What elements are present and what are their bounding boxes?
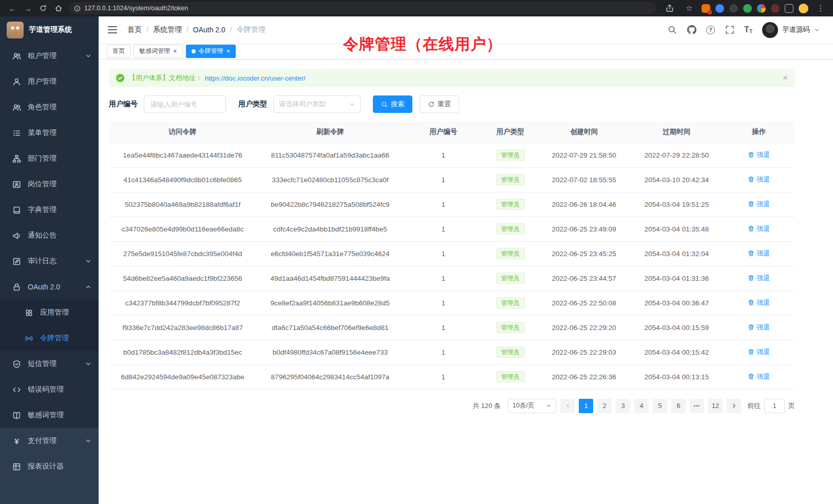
user-type-select[interactable]: 请选择用户类型 (273, 95, 361, 113)
doc-link[interactable]: https://doc.iocoder.cn/user-center/ (205, 74, 306, 82)
sidebar-item-post[interactable]: 岗位管理 (0, 171, 99, 197)
user-type-badge: 管理员 (496, 322, 525, 333)
user-menu[interactable]: 芋道源码 (762, 22, 820, 38)
sidebar-item-tenant[interactable]: 租户管理 (0, 43, 99, 69)
sidebar-item-label: 短信管理 (28, 359, 56, 369)
username: 芋道源码 (782, 25, 810, 34)
more-pages-button[interactable]: ••• (690, 399, 704, 413)
extension-icon-orange[interactable] (702, 4, 710, 13)
forward-button[interactable]: → (21, 2, 35, 15)
font-size-button[interactable]: TT (744, 25, 752, 34)
close-icon[interactable]: × (173, 48, 177, 54)
tab-token[interactable]: 令牌管理 × (186, 45, 236, 58)
cell-user-id: 1 (404, 217, 483, 241)
chevron-right-icon (731, 403, 737, 409)
help-button[interactable]: ? (706, 26, 715, 34)
browser-menu-button[interactable]: ⋮ (813, 2, 828, 15)
force-logout-button[interactable]: 强退 (748, 175, 770, 184)
page-button-1[interactable]: 1 (579, 399, 593, 413)
fullscreen-button[interactable] (725, 25, 734, 35)
sidebar-item-label: 角色管理 (28, 103, 56, 112)
cell-actions: 强退 (723, 192, 795, 217)
table-row: 41c41346a548490f9dc8b01c6bfe0865 333ecfc… (109, 167, 795, 192)
back-button[interactable]: ← (5, 2, 20, 15)
share-button[interactable] (662, 2, 677, 15)
force-logout-button[interactable]: 强退 (748, 200, 770, 209)
extension-icon-paw[interactable] (771, 4, 780, 13)
force-logout-button[interactable]: 强退 (748, 347, 770, 357)
extension-icon-blue[interactable] (715, 4, 724, 13)
close-icon[interactable]: × (226, 48, 231, 54)
page-button-5[interactable]: 5 (653, 399, 667, 413)
extension-icon-multicolor[interactable] (757, 4, 766, 13)
user-type-badge: 管理员 (496, 199, 525, 210)
reload-button[interactable] (36, 2, 50, 15)
sidebar-item-error-code[interactable]: 错误码管理 (0, 377, 99, 402)
breadcrumb-item-home[interactable]: 首页 (127, 25, 142, 34)
home-button[interactable] (51, 2, 66, 15)
page-button-2[interactable]: 2 (597, 399, 612, 413)
reset-button[interactable]: 重置 (420, 95, 459, 113)
cell-expire-time: 2054-03-04 00:36:47 (630, 290, 723, 315)
force-logout-button[interactable]: 强退 (748, 249, 770, 258)
sidebar-item-role[interactable]: 角色管理 (0, 94, 99, 120)
page-button-4[interactable]: 4 (634, 399, 649, 413)
tab-sensitive-word[interactable]: 敏感词管理 × (134, 45, 183, 58)
app-logo[interactable]: 芋道管理系统 (0, 16, 99, 43)
breadcrumb-item-oauth2[interactable]: OAuth 2.0 (193, 26, 225, 34)
force-logout-button[interactable]: 强退 (748, 274, 770, 283)
force-logout-button[interactable]: 强退 (748, 298, 770, 307)
sidebar-item-dept[interactable]: 部门管理 (0, 146, 99, 171)
sidebar-item-oauth2-app[interactable]: 应用管理 (0, 300, 99, 325)
extension-icon-dark[interactable] (729, 4, 738, 13)
sidebar-item-report-designer[interactable]: 报表设计器 (0, 454, 99, 479)
page-button-3[interactable]: 3 (616, 399, 630, 413)
sidebar-item-sensitive-word[interactable]: 敏感词管理 (0, 402, 99, 428)
force-logout-button[interactable]: 强退 (748, 150, 770, 160)
hamburger-icon[interactable] (107, 24, 118, 35)
cell-user-type: 管理员 (483, 315, 538, 340)
browser-profile-avatar[interactable] (799, 4, 808, 13)
avatar (762, 22, 778, 38)
sidebar-item-oauth2[interactable]: OAuth 2.0 (0, 274, 99, 300)
sidebar-toggle-icon[interactable] (785, 4, 793, 13)
sidebar-item-oauth2-token[interactable]: 令牌管理 (0, 325, 99, 351)
sidebar-item-dict[interactable]: 字典管理 (0, 197, 99, 223)
page-content: 【用户体系】文档地址： https://doc.iocoder.cn/user-… (99, 60, 833, 504)
github-button[interactable] (687, 25, 696, 35)
cell-expire-time: 2054-03-04 00:15:59 (630, 315, 723, 340)
cell-actions: 强退 (723, 290, 795, 315)
next-page-button[interactable] (727, 399, 741, 413)
cell-user-id: 1 (404, 266, 483, 290)
table-row: 275e5de9151045fe87cbdc395e004f4d e6cfd40… (109, 241, 795, 266)
navbar-tools: ? TT 芋道源码 (667, 22, 820, 38)
sidebar-item-menu[interactable]: 菜单管理 (0, 120, 99, 146)
sidebar-item-notice[interactable]: 通知公告 (0, 223, 99, 248)
col-expire-time: 过期时间 (630, 121, 723, 143)
extension-icon-green[interactable] (743, 4, 752, 13)
trash-icon (748, 348, 754, 355)
force-logout-button[interactable]: 强退 (748, 372, 770, 381)
search-button[interactable]: 搜索 (373, 95, 412, 113)
goto-page-input[interactable] (764, 399, 785, 413)
search-button[interactable] (667, 25, 677, 35)
page-size-select[interactable]: 10条/页 (508, 399, 556, 413)
page-button-12[interactable]: 12 (708, 399, 723, 413)
force-logout-button[interactable]: 强退 (748, 224, 770, 234)
tab-home[interactable]: 首页 (107, 45, 130, 58)
user-id-input[interactable] (144, 95, 226, 113)
breadcrumb-item-system[interactable]: 系统管理 (153, 25, 182, 34)
prev-page-button[interactable] (560, 399, 575, 413)
sidebar-item-user[interactable]: 用户管理 (0, 69, 99, 94)
page-button-6[interactable]: 6 (671, 399, 686, 413)
close-icon[interactable]: × (783, 73, 788, 83)
user-icon (12, 77, 21, 86)
sidebar-item-audit-log[interactable]: 审计日志 (0, 248, 99, 274)
force-logout-button[interactable]: 强退 (748, 323, 770, 332)
sidebar-item-sms[interactable]: 短信管理 (0, 351, 99, 377)
bookmark-star-button[interactable]: ☆ (682, 2, 696, 15)
sidebar-item-pay[interactable]: ¥ 支付管理 (0, 428, 99, 454)
cell-access-token: c342377bf8b344799dcbf7bf095287f2 (109, 290, 256, 315)
url-bar[interactable]: 127.0.0.1:1024/system/oauth2/token (69, 2, 656, 14)
cell-access-token: c347026e805e4d99b0d116eae66eda8c (109, 217, 256, 241)
